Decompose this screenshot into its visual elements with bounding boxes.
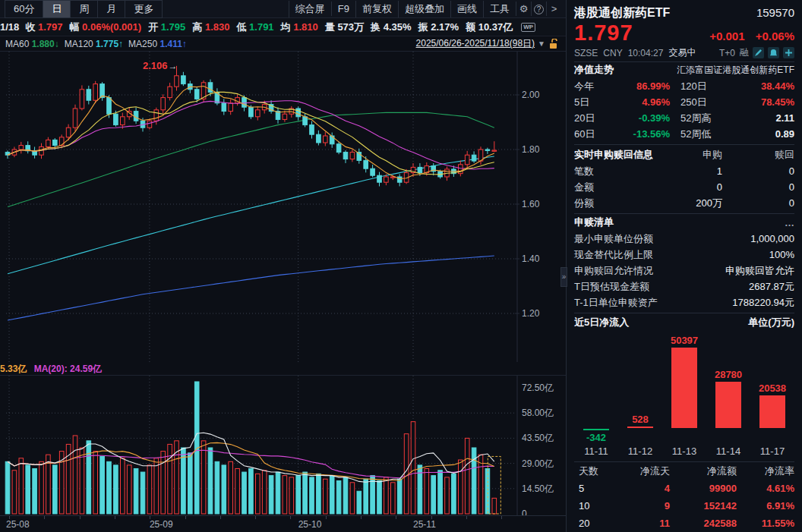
- chart-tools: 综合屏F9前复权超级叠加画线工具⚙?>: [289, 1, 561, 17]
- perf-value: 4.96%: [608, 94, 670, 110]
- inflow-table-rows: 54999004.61%1091521426.91%201124258811.5…: [574, 480, 794, 532]
- tool-前复权[interactable]: 前复权: [355, 1, 398, 17]
- perf-value: 86.99%: [608, 78, 670, 94]
- period-tab-周[interactable]: 周: [70, 0, 97, 18]
- date-range-text[interactable]: 2025/06/26-2025/11/18(98日): [416, 37, 535, 50]
- perf-row: 今年86.99%120日38.44%: [574, 78, 794, 94]
- rt-subscribe-value: 1: [654, 163, 722, 179]
- candlestick-chart[interactable]: 2.001.801.601.401.202.106→: [0, 52, 566, 362]
- quote-label: 高: [192, 21, 202, 33]
- table-header-0: 天数: [574, 462, 618, 480]
- quote-均: 均 1.810: [281, 20, 318, 34]
- kline-svg[interactable]: 2.001.801.601.401.202.106→: [0, 52, 566, 362]
- nav-trend-header[interactable]: 净值走势: [574, 63, 614, 77]
- panel-collapse-handle[interactable]: »: [560, 267, 567, 287]
- period-tab-月[interactable]: 月: [97, 0, 125, 18]
- tool-综合屏[interactable]: 综合屏: [289, 1, 331, 17]
- inflow-date-11-13: 11-13: [662, 445, 706, 460]
- tool-画线[interactable]: 画线: [450, 1, 483, 17]
- inflow-table-row: 54999004.61%: [574, 480, 794, 497]
- period-tab-日[interactable]: 日: [43, 0, 70, 18]
- trading-status: 交易中: [668, 46, 696, 59]
- alert-bell-icon[interactable]: [768, 47, 779, 58]
- x-axis-tick: [290, 516, 291, 519]
- inflow-column-11-14: 28780: [706, 333, 750, 447]
- table-cell-value: 9: [618, 497, 670, 515]
- volume-ma-labels: 5.33亿 MA(20): 24.59亿: [0, 362, 566, 376]
- subscribe-list-rows: 最小申赎单位份额1,000,000现金替代比例上限100%申购赎回允许情况申购赎…: [574, 231, 794, 310]
- quote-value: 573万: [335, 21, 364, 33]
- gear-icon[interactable]: ⚙: [516, 2, 531, 16]
- quote-量: 量 573万: [325, 20, 364, 34]
- period-tab-更多[interactable]: 更多: [125, 0, 163, 18]
- edit-icon[interactable]: [753, 47, 764, 58]
- list-label: T-1日单位申赎资产: [574, 294, 658, 310]
- list-value: 100%: [769, 247, 794, 263]
- quote-低: 低 1.791: [236, 20, 273, 34]
- x-axis-tick: [185, 516, 186, 519]
- chevron-down-icon[interactable]: ▼: [538, 39, 545, 48]
- inflow-date-11-17: 11-17: [750, 445, 794, 460]
- quote-幅: 幅 0.06%(0.001): [69, 20, 141, 34]
- inflow-unit-label: 单位(万元): [748, 316, 794, 329]
- tool-F9[interactable]: F9: [331, 2, 355, 16]
- volume-ma20-label: MA(20): 24.59亿: [34, 364, 102, 374]
- perf-value: 78.45%: [726, 94, 794, 110]
- quote-额: 额 10.37亿: [466, 20, 513, 34]
- unlock-icon[interactable]: [548, 39, 558, 49]
- svg-text:43.50亿: 43.50亿: [522, 433, 554, 443]
- quote-value: 10.37亿: [475, 21, 513, 33]
- perf-label: 今年: [574, 78, 608, 94]
- quote-time: 10:04:27: [628, 48, 664, 58]
- rt-label: 笔数: [574, 163, 594, 179]
- quote-value: 1.830: [202, 21, 229, 33]
- perf-value: 2.11: [726, 110, 794, 126]
- x-axis-label-25-11: 25-11: [413, 519, 436, 530]
- list-value: 申购赎回皆允许: [725, 263, 794, 279]
- volume-svg[interactable]: 72.50亿58.00亿43.50亿29.00亿14.50亿0: [0, 376, 566, 515]
- svg-text:1.60: 1.60: [522, 199, 540, 209]
- date-range-selector[interactable]: 2025/06/26-2025/11/18(98日) ▼: [416, 37, 558, 50]
- ma-legend: MA60 1.880↓MA120 1.775↑MA250 1.411↑: [0, 39, 187, 49]
- table-header-1: 净流天: [618, 462, 670, 480]
- table-cell-value: 6.91%: [737, 497, 794, 515]
- trading-terminal: 60分日周月更多 综合屏F9前复权超级叠加画线工具⚙?> 1/18 收 1.79…: [0, 0, 802, 532]
- tool-超级叠加[interactable]: 超级叠加: [398, 1, 450, 17]
- redeem-col-header: 赎回: [722, 146, 794, 163]
- tool-工具[interactable]: 工具: [483, 1, 516, 17]
- svg-text:1.80: 1.80: [522, 144, 540, 155]
- svg-text:14.50亿: 14.50亿: [522, 483, 554, 494]
- table-cell-value: 11: [618, 515, 670, 532]
- svg-text:0: 0: [522, 508, 527, 515]
- fund-full-name: 汇添富国证港股通创新药ETF: [677, 64, 794, 77]
- add-watchlist-icon[interactable]: [783, 47, 794, 58]
- quote-value: 4.35%: [380, 21, 411, 33]
- perf-row: 20日-0.39%52周高2.11: [574, 110, 794, 126]
- inflow-column-11-13: 50397: [662, 333, 706, 447]
- svg-text:29.00亿: 29.00亿: [522, 458, 554, 469]
- inflow-date-labels: 11-1111-1211-1311-1411-17: [574, 445, 794, 460]
- wencai-icon[interactable]: WP: [521, 23, 535, 32]
- quote-label: 额: [466, 21, 475, 33]
- price-change: +0.001 +0.06%: [709, 30, 794, 42]
- realtime-header: 实时申购赎回信息: [574, 146, 653, 163]
- table-cell-days: 5: [574, 480, 618, 497]
- perf-row: 5日4.96%250日78.45%: [574, 94, 794, 110]
- help-icon[interactable]: ?: [531, 2, 546, 16]
- quote-label: 收: [25, 21, 35, 33]
- table-cell-value: 4.61%: [737, 480, 794, 497]
- chart-area: 60分日周月更多 综合屏F9前复权超级叠加画线工具⚙?> 1/18 收 1.79…: [0, 0, 566, 532]
- quote-label: 开: [148, 21, 158, 33]
- period-tab-60分[interactable]: 60分: [5, 0, 43, 18]
- volume-chart[interactable]: 72.50亿58.00亿43.50亿29.00亿14.50亿0: [0, 376, 566, 515]
- etf-code: 159570: [756, 6, 794, 19]
- x-axis-tick: [115, 516, 115, 519]
- inflow-bar: [715, 382, 741, 428]
- exchange-label: SZSE: [574, 48, 598, 58]
- svg-text:1.20: 1.20: [522, 308, 540, 319]
- chevron-right-icon[interactable]: >: [546, 2, 561, 16]
- more-button[interactable]: …: [785, 217, 794, 228]
- perf-row: 60日-13.56%52周低0.89: [574, 126, 794, 142]
- list-row: T日预估现金差额2687.87元: [574, 279, 794, 294]
- inflow-bar: [671, 348, 697, 428]
